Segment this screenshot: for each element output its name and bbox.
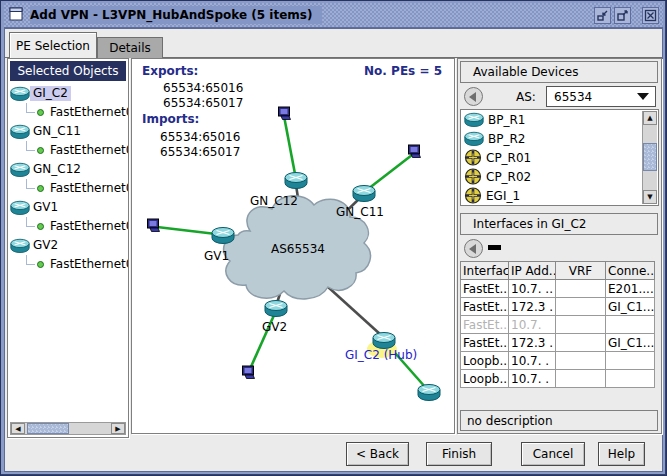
scrollbar-thumb[interactable] (643, 143, 657, 171)
tab-pe-selection[interactable]: PE Selection (9, 32, 97, 58)
col-connected[interactable]: Conne... (606, 262, 655, 280)
col-interface[interactable]: Interface (461, 262, 509, 280)
cell-connected[interactable] (606, 370, 655, 388)
as-select[interactable]: 65534 (546, 86, 656, 107)
dialog-window: Add VPN - L3VPN_HubAndSpoke (5 items) (0, 0, 667, 476)
cell-connected[interactable]: GI_C1... (606, 334, 655, 352)
remove-interface-icon[interactable] (488, 245, 501, 250)
cell-interface[interactable]: FastEt... (461, 334, 509, 352)
selected-objects-panel: Selected Objects GI_C2 FastEthernet0. GN… (7, 58, 129, 438)
router-node-gv2[interactable] (265, 301, 287, 317)
tree-item-gv1[interactable]: GV1 (10, 198, 128, 217)
table-row[interactable]: FastEt... 172.3 . GI_C1... (461, 298, 655, 316)
cell-ip[interactable]: 172.3 . (509, 298, 556, 316)
table-row-disabled[interactable]: FastEt... 10.7. (461, 316, 655, 334)
device-item-bp-r2[interactable]: BP_R2 (461, 129, 658, 148)
tree-horizontal-scrollbar[interactable]: ◀ ▶ (10, 422, 126, 435)
router-node-gn-c12[interactable] (285, 173, 307, 189)
cell-interface[interactable]: Loopb... (461, 352, 509, 370)
finish-button[interactable]: Finish (426, 442, 492, 466)
host-node-icon[interactable] (279, 107, 291, 120)
cell-connected[interactable]: GI_C1... (606, 298, 655, 316)
tree-item-interface[interactable]: FastEthernet0. (10, 255, 128, 274)
scroll-left-icon[interactable]: ◀ (11, 423, 25, 434)
add-device-back-button[interactable] (464, 87, 483, 106)
cell-ip[interactable]: 10.7. . (509, 352, 556, 370)
tree-item-gn-c12[interactable]: GN_C12 (10, 160, 128, 179)
chevron-down-icon (637, 93, 649, 100)
table-row[interactable]: Loopb... 10.7. . (461, 370, 655, 388)
tab-details[interactable]: Details (97, 37, 163, 58)
cell-interface[interactable]: FastEt... (461, 280, 509, 298)
scroll-down-icon[interactable]: ▼ (643, 190, 657, 204)
device-list-scrollbar[interactable]: ▲ ▼ (642, 111, 657, 204)
maximize-button[interactable] (614, 7, 631, 24)
tree-item-gi-c2[interactable]: GI_C2 (10, 84, 128, 103)
interfaces-table[interactable]: Interface IP Add... VRF Conne... FastEt.… (460, 261, 655, 388)
selected-objects-header: Selected Objects (10, 61, 126, 81)
cell-vrf[interactable] (556, 352, 606, 370)
cell-vrf[interactable] (556, 316, 606, 334)
title-bar[interactable]: Add VPN - L3VPN_HubAndSpoke (5 items) (4, 3, 663, 28)
cell-ip[interactable]: 10.7. .. (509, 280, 556, 298)
device-item-bp-r1[interactable]: BP_R1 (461, 110, 658, 129)
host-node-icon[interactable] (148, 219, 160, 232)
cell-ip[interactable]: 10.7. . (509, 370, 556, 388)
router-icon (10, 238, 30, 253)
scroll-right-icon[interactable]: ▶ (111, 423, 125, 434)
available-devices-list[interactable]: BP_R1 BP_R2 CP_R01 CP_R02 EGI_1 (460, 109, 659, 206)
tree-elbow (26, 217, 35, 227)
close-icon[interactable] (642, 7, 659, 24)
tree-item-label: FastEthernet0. (47, 219, 128, 234)
minimize-button[interactable] (594, 7, 611, 24)
tree-item-label: FastEthernet0. (47, 181, 128, 196)
yellow-node-icon (464, 168, 482, 185)
device-item-cp-r02[interactable]: CP_R02 (461, 167, 658, 186)
router-node-ce[interactable] (418, 385, 440, 401)
cancel-button[interactable]: Cancel (521, 442, 585, 466)
tree-item-interface[interactable]: FastEthernet0. (10, 103, 128, 122)
right-panel: Available Devices AS: 65534 BP_R1 BP_R2 (457, 58, 662, 434)
router-node-gi-c2[interactable] (373, 333, 395, 349)
tree-elbow (26, 179, 35, 189)
device-item-partial[interactable] (461, 205, 658, 206)
col-vrf[interactable]: VRF (556, 262, 606, 280)
cell-connected[interactable]: E201.... (606, 280, 655, 298)
col-ip-address[interactable]: IP Add... (509, 262, 556, 280)
cell-connected[interactable] (606, 352, 655, 370)
cell-interface[interactable]: FastEt... (461, 298, 509, 316)
interface-back-button[interactable] (464, 239, 483, 258)
left-arrow-icon (469, 92, 476, 102)
back-button[interactable]: < Back (346, 442, 409, 466)
router-node-gv1[interactable] (212, 228, 234, 244)
device-label: CP_R01 (486, 151, 531, 165)
tree-item-gn-c11[interactable]: GN_C11 (10, 122, 128, 141)
tree-item-gv2[interactable]: GV2 (10, 236, 128, 255)
cell-interface[interactable]: FastEt... (461, 316, 509, 334)
table-row[interactable]: FastEt... 10.7. .. E201.... (461, 280, 655, 298)
cell-vrf[interactable] (556, 280, 606, 298)
host-node-icon[interactable] (243, 366, 255, 379)
scroll-up-icon[interactable]: ▲ (643, 111, 657, 125)
tree-item-interface[interactable]: FastEthernet0. (10, 179, 128, 198)
tree-item-interface[interactable]: FastEthernet0. (10, 141, 128, 160)
cell-connected[interactable] (606, 316, 655, 334)
cell-ip[interactable]: 172.3 . (509, 334, 556, 352)
scrollbar-thumb[interactable] (27, 423, 69, 434)
router-node-gn-c11[interactable] (353, 186, 375, 202)
table-row[interactable]: Loopb... 10.7. . (461, 352, 655, 370)
cell-interface[interactable]: Loopb... (461, 370, 509, 388)
device-item-cp-r01[interactable]: CP_R01 (461, 148, 658, 167)
cell-vrf[interactable] (556, 334, 606, 352)
cell-vrf[interactable] (556, 298, 606, 316)
tree-item-label: GV1 (30, 200, 61, 215)
device-item-egi-1[interactable]: EGI_1 (461, 186, 658, 205)
imports-label: Imports: (142, 112, 199, 126)
tab-details-label: Details (109, 41, 151, 55)
tree-item-interface[interactable]: FastEthernet0. (10, 217, 128, 236)
cell-ip[interactable]: 10.7. (509, 316, 556, 334)
topology-panel[interactable]: AS65534 GN_C12 GN_C11 GV1 GV2 (131, 58, 455, 434)
table-row[interactable]: FastEt... 172.3 . GI_C1... (461, 334, 655, 352)
cell-vrf[interactable] (556, 370, 606, 388)
help-button[interactable]: Help (598, 442, 645, 466)
